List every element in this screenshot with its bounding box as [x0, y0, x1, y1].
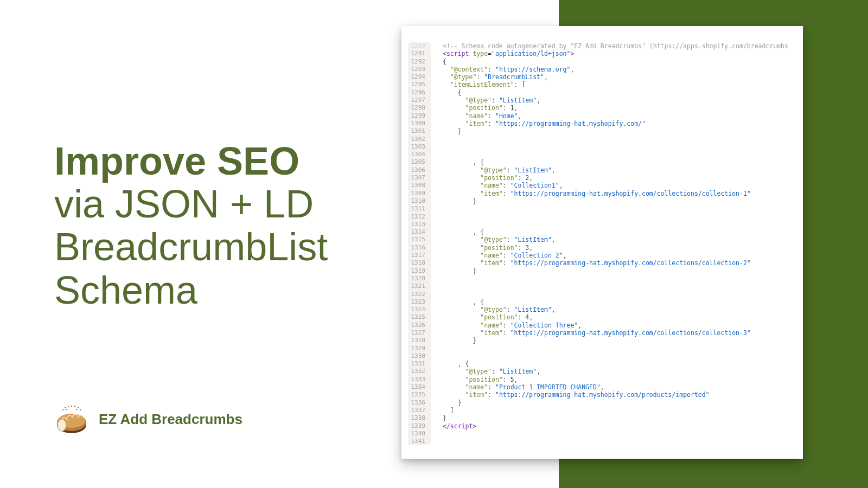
svg-point-12 — [58, 419, 66, 431]
headline-block: Improve SEO via JSON + LD BreadcrumbList… — [54, 140, 369, 312]
headline: Improve SEO via JSON + LD BreadcrumbList… — [54, 140, 369, 312]
line-number-gutter: 1290129112921293129412951296129712981299… — [408, 42, 431, 445]
brand-name: EZ Add Breadcrumbs — [99, 411, 242, 428]
code-content: <!-- Schema code autogenerated by "EZ Ad… — [431, 42, 788, 430]
svg-point-5 — [62, 409, 63, 410]
headline-line2: via JSON + LD — [54, 182, 314, 226]
bread-icon — [54, 404, 89, 434]
code-card: 1290129112921293129412951296129712981299… — [401, 26, 803, 459]
svg-point-8 — [76, 409, 77, 410]
headline-bold: Improve SEO — [54, 139, 299, 183]
brand-block: EZ Add Breadcrumbs — [54, 404, 242, 434]
svg-point-1 — [68, 406, 69, 407]
svg-point-4 — [78, 407, 79, 408]
svg-point-6 — [80, 409, 81, 410]
svg-point-0 — [65, 407, 66, 408]
svg-point-3 — [74, 406, 75, 407]
headline-line3: BreadcrumbList — [54, 225, 328, 268]
svg-point-2 — [71, 406, 72, 407]
headline-line4: Schema — [54, 268, 197, 312]
svg-point-7 — [66, 409, 67, 410]
